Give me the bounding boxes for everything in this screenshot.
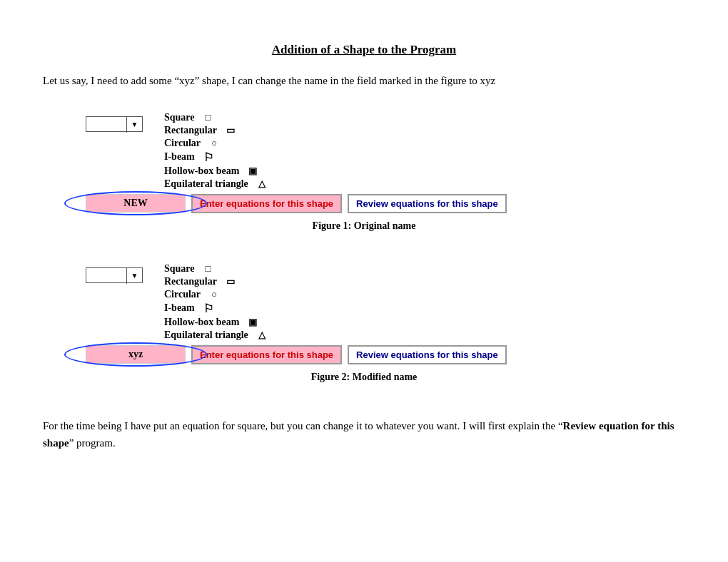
figure1-dropdown[interactable]: ▼ [86,116,143,132]
shape-name: Hollow-box beam [164,165,239,177]
shape-row-equilateral: Equilateral triangle △ [164,178,268,190]
shape-row-square-2: Square □ [164,263,268,275]
dropdown-arrow-icon-2: ▼ [126,268,142,284]
shape-row-ibeam-2: I-beam ⚐ [164,302,268,315]
triangle-icon: △ [256,178,268,190]
intro-paragraph: Let us say, I need to add some “xyz” sha… [43,73,685,89]
figure2-review-button[interactable]: Review equations for this shape [348,345,507,364]
ibeam-icon: ⚐ [202,150,215,164]
figure2-shapes-list: Square □ Rectangular ▭ Circular ○ I-beam… [164,263,268,341]
circular-icon-2: ○ [208,289,221,300]
bottom-paragraph: For the time being I have put an equatio… [43,417,685,451]
shape-name: I-beam [164,302,195,314]
circular-icon: ○ [208,138,221,149]
shape-row-equilateral-2: Equilateral triangle △ [164,329,268,341]
page-title: Addition of a Shape to the Program [43,43,685,57]
triangle-icon-2: △ [256,329,268,341]
figure1-shapes-list: Square □ Rectangular ▭ Circular ○ I-beam… [164,112,268,190]
shape-name: Rectangular [164,125,217,136]
figure2-xyz-label[interactable]: xyz [86,345,186,364]
shape-name: Square [164,112,195,123]
ibeam-icon-2: ⚐ [202,302,215,315]
figure2-dropdown[interactable]: ▼ [86,267,143,283]
shape-row-hollow: Hollow-box beam ▣ [164,165,268,177]
shape-row-rectangular-2: Rectangular ▭ [164,276,268,287]
square-icon-2: □ [202,263,215,275]
figure1-review-button[interactable]: Review equations for this shape [348,194,507,213]
rectangular-icon-2: ▭ [224,276,237,287]
bottom-text-before: For the time being I have put an equatio… [43,420,563,431]
shape-name: Hollow-box beam [164,317,239,328]
shape-name: Equilateral triangle [164,329,248,341]
figure1-new-label[interactable]: NEW [86,194,186,213]
figure1-caption: Figure 1: Original name [43,220,685,232]
figure2-container: ▼ Square □ Rectangular ▭ Circular ○ I-be… [43,260,685,404]
shape-name: Square [164,263,195,275]
figure1-container: ▼ Square □ Rectangular ▭ Circular ○ I-be… [43,109,685,253]
bottom-text-after: ” program. [69,437,116,449]
shape-row-square: Square □ [164,112,268,123]
shape-row-rectangular: Rectangular ▭ [164,125,268,136]
shape-name: Circular [164,289,201,300]
shape-name: Circular [164,138,201,149]
shape-name: Equilateral triangle [164,178,248,190]
figure2-caption: Figure 2: Modified name [43,372,685,383]
figure1-enter-button[interactable]: Enter equations for this shape [191,194,342,213]
shape-row-ibeam: I-beam ⚐ [164,150,268,164]
hollow-icon-2: ▣ [246,317,259,328]
shape-row-hollow-2: Hollow-box beam ▣ [164,317,268,328]
shape-name: Rectangular [164,276,217,287]
rectangular-icon: ▭ [224,125,237,136]
shape-row-circular-2: Circular ○ [164,289,268,300]
hollow-icon: ▣ [246,165,259,177]
shape-row-circular: Circular ○ [164,138,268,149]
figure2-enter-button[interactable]: Enter equations for this shape [191,345,342,364]
dropdown-arrow-icon: ▼ [126,117,142,133]
shape-name: I-beam [164,151,195,163]
square-icon: □ [202,112,215,123]
